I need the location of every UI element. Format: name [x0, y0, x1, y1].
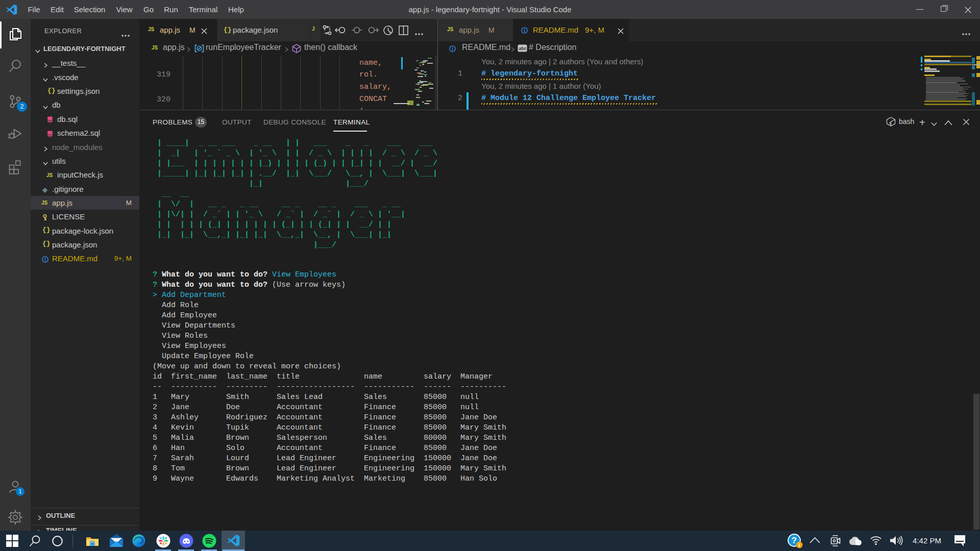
svg-text:$: $ [889, 121, 891, 125]
svg-text:abc: abc [519, 46, 527, 51]
svg-text:?: ? [792, 536, 797, 545]
